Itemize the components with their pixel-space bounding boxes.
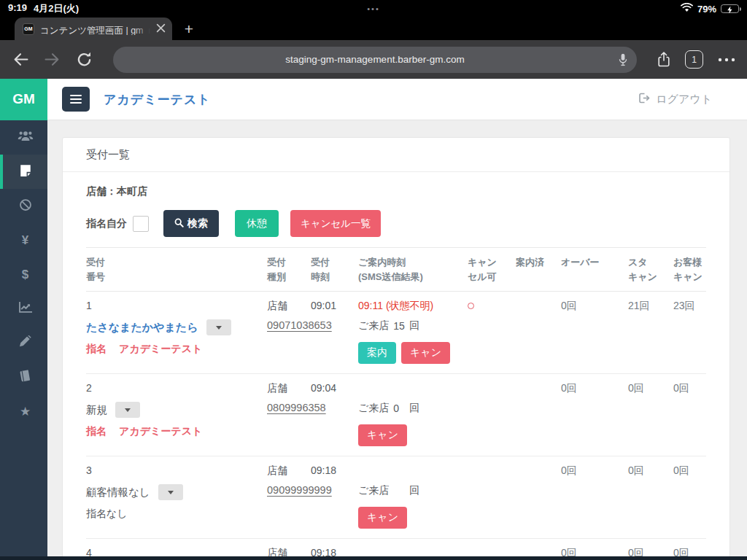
over-count: 0回	[561, 382, 628, 395]
tab-close-icon[interactable]	[156, 23, 166, 36]
panel-title: 受付一覧	[63, 138, 729, 172]
customer-dropdown-button[interactable]	[158, 484, 183, 500]
tab-title: コンテンツ管理画面 | gm_n	[40, 26, 150, 35]
reception-number: 3	[86, 464, 267, 476]
sidebar-item-customers[interactable]	[0, 120, 47, 155]
visit-count: ご来店 15 回	[358, 319, 468, 332]
caret-down-icon	[216, 326, 222, 330]
reception-type: 店舗	[267, 300, 311, 313]
table-row: 2 店舗 09:04 0回 0回 0回 新規 0809996358	[86, 374, 706, 456]
browser-tab[interactable]: GM コンテンツ管理画面 | gm_n	[15, 18, 172, 40]
forward-button[interactable]	[44, 52, 61, 67]
self-nominate-label: 指名自分	[86, 217, 127, 230]
customer-name-link[interactable]: たさなまたかやまたら	[86, 321, 198, 335]
visit-count: ご来店 回	[358, 484, 468, 497]
pencil-icon	[19, 335, 31, 351]
staff-cancel-count: 0回	[628, 382, 673, 395]
customer-name: 顧客情報なし	[86, 486, 150, 499]
header-guided: 案内済	[516, 255, 561, 284]
self-nominate-checkbox[interactable]	[133, 216, 149, 232]
guide-button[interactable]: 案内	[358, 342, 396, 364]
share-button[interactable]	[657, 51, 670, 68]
table-row: 1 店舗 09:01 09:11 (状態不明) 0回 21回 23回 たさなまた…	[86, 292, 706, 374]
customer-dropdown-button[interactable]	[115, 402, 140, 418]
phone-link[interactable]: 0809996358	[267, 402, 326, 413]
charging-bolt-icon	[726, 6, 734, 14]
app-header: GM アカデミーテスト ログアウト	[0, 79, 747, 120]
note-icon	[19, 164, 32, 180]
table-row: 3 店舗 09:18 0回 0回 0回 顧客情報なし 09099999999	[86, 456, 706, 539]
caret-down-icon	[168, 491, 174, 494]
reception-type: 店舗	[267, 382, 311, 395]
cancel-list-button[interactable]: キャンセル一覧	[290, 210, 381, 237]
sidebar-item-dollar[interactable]: $	[0, 257, 47, 292]
phone-link[interactable]: 09099999999	[267, 484, 332, 496]
tab-overview-button[interactable]: 1	[685, 50, 703, 69]
page-title: アカデミーテスト	[104, 91, 211, 108]
header-reception-type: 受付種別	[267, 255, 311, 284]
reception-panel: 受付一覧 店舗：本町店 指名自分 検索 休憩 キャンセル一覧	[62, 137, 730, 560]
sidebar-item-book[interactable]	[0, 360, 47, 394]
ipad-screen: 9:19 4月2日(火) ••• 79% GM コンテンツ管理画面 | gm_n…	[0, 0, 747, 560]
reception-number: 2	[86, 382, 267, 394]
reception-table: 受付番号 受付種別 受付時刻 ご案内時刻(SMS送信結果) キャンセル可 案内済…	[86, 247, 706, 560]
header-reception-time: 受付時刻	[311, 255, 358, 284]
header-cancel-allowed: キャンセル可	[468, 255, 516, 284]
sidebar-toggle-button[interactable]	[62, 87, 90, 112]
mic-icon[interactable]	[619, 53, 627, 69]
header-over: オーバー	[561, 255, 628, 284]
header-reception-number: 受付番号	[86, 255, 267, 284]
sidebar-item-edit[interactable]	[0, 326, 47, 360]
users-icon	[18, 130, 34, 145]
gm-logo[interactable]: GM	[0, 79, 47, 120]
customer-cancel-count: 0回	[673, 464, 706, 478]
sidebar-item-yen[interactable]: ¥	[0, 223, 47, 257]
nominate-info: 指名 アカデミーテスト	[86, 342, 267, 357]
staff-cancel-count: 0回	[628, 464, 673, 478]
header-customer-cancel: お客様キャン	[673, 255, 706, 284]
cancel-button[interactable]: キャン	[358, 424, 407, 446]
header-guide-time: ご案内時刻(SMS送信結果)	[358, 255, 468, 284]
visit-count: ご来店 0 回	[358, 402, 468, 415]
hamburger-icon	[70, 95, 82, 96]
cancel-button[interactable]: キャン	[401, 342, 450, 364]
phone-link[interactable]: 09071038653	[267, 319, 332, 331]
status-bar: 9:19 4月2日(火) ••• 79%	[0, 0, 747, 18]
reception-time: 09:01	[311, 300, 358, 311]
chart-line-icon	[18, 301, 33, 316]
customer-cancel-count: 23回	[673, 300, 706, 313]
sidebar-item-reception[interactable]	[0, 155, 47, 189]
caret-down-icon	[125, 408, 131, 412]
cancel-button[interactable]: キャン	[358, 507, 407, 529]
nominate-info: 指名 アカデミーテスト	[86, 424, 267, 439]
yen-icon: ¥	[22, 233, 28, 248]
cancel-allowed-mark	[468, 300, 516, 311]
customer-cancel-count: 0回	[673, 382, 706, 395]
reception-time: 09:04	[311, 382, 358, 394]
sidebar-item-analytics[interactable]	[0, 292, 47, 326]
back-button[interactable]	[12, 52, 29, 67]
reception-type: 店舗	[267, 464, 311, 478]
book-icon	[19, 370, 31, 385]
browser-menu-button[interactable]	[718, 58, 735, 62]
search-button[interactable]: 検索	[163, 210, 219, 237]
nominate-info: 指名なし	[86, 507, 267, 521]
header-staff-cancel: スタキャン	[628, 255, 673, 284]
over-count: 0回	[561, 300, 628, 313]
reload-button[interactable]	[76, 51, 93, 68]
customer-dropdown-button[interactable]	[206, 319, 231, 335]
sidebar-item-block[interactable]	[0, 189, 47, 223]
url-text: staging-gm-management.barber-gm.com	[285, 54, 464, 65]
home-indicator-bar	[0, 556, 747, 560]
multitask-dots: •••	[0, 4, 747, 13]
ban-icon	[19, 198, 32, 214]
browser-toolbar: staging-gm-management.barber-gm.com 1	[0, 40, 747, 79]
break-button[interactable]: 休憩	[235, 210, 279, 237]
circle-mark-icon	[468, 303, 474, 309]
sidebar-item-favorites[interactable]: ★	[0, 394, 47, 429]
logout-button[interactable]: ログアウト	[639, 93, 712, 106]
new-tab-button[interactable]: +	[172, 18, 206, 40]
over-count: 0回	[561, 464, 628, 478]
reception-number: 1	[86, 300, 267, 311]
url-bar[interactable]: staging-gm-management.barber-gm.com	[113, 47, 637, 73]
